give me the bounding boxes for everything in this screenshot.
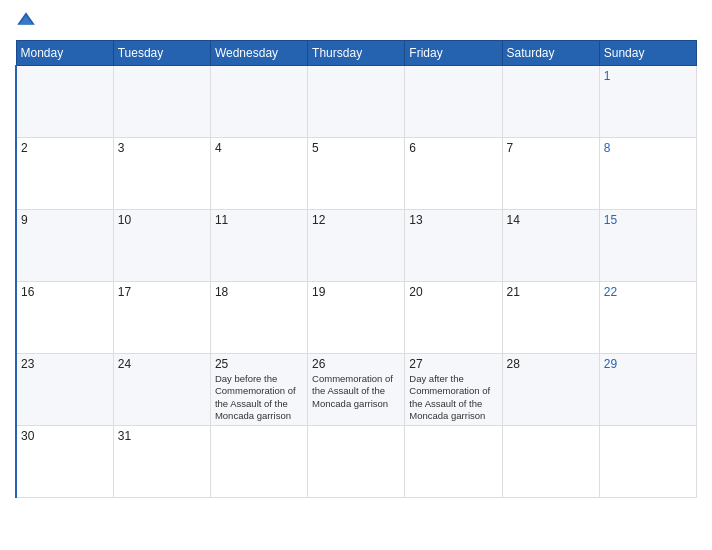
calendar-day-cell: 7 [502, 138, 599, 210]
day-of-week-header: Tuesday [113, 41, 210, 66]
day-number: 25 [215, 357, 303, 371]
calendar-day-cell [210, 66, 307, 138]
calendar-day-cell [113, 66, 210, 138]
day-number: 4 [215, 141, 303, 155]
event-label: Day after the Commemoration of the Assau… [409, 373, 497, 422]
calendar-day-cell: 12 [308, 210, 405, 282]
calendar-day-cell: 30 [16, 426, 113, 498]
calendar-day-cell: 8 [599, 138, 696, 210]
calendar-day-cell: 27Day after the Commemoration of the Ass… [405, 354, 502, 426]
calendar-day-cell: 19 [308, 282, 405, 354]
calendar-day-cell [210, 426, 307, 498]
calendar-page: MondayTuesdayWednesdayThursdayFridaySatu… [0, 0, 712, 550]
day-number: 3 [118, 141, 206, 155]
calendar-week-row: 16171819202122 [16, 282, 697, 354]
day-number: 29 [604, 357, 692, 371]
calendar-day-cell: 10 [113, 210, 210, 282]
day-number: 11 [215, 213, 303, 227]
day-number: 5 [312, 141, 400, 155]
day-of-week-header: Sunday [599, 41, 696, 66]
calendar-day-cell [599, 426, 696, 498]
calendar-day-cell: 2 [16, 138, 113, 210]
day-of-week-header: Monday [16, 41, 113, 66]
calendar-week-row: 2345678 [16, 138, 697, 210]
calendar-day-cell: 3 [113, 138, 210, 210]
calendar-day-cell: 20 [405, 282, 502, 354]
day-number: 2 [21, 141, 109, 155]
calendar-day-cell: 15 [599, 210, 696, 282]
day-number: 28 [507, 357, 595, 371]
calendar-day-cell [405, 66, 502, 138]
day-number: 21 [507, 285, 595, 299]
day-number: 7 [507, 141, 595, 155]
calendar-day-cell: 22 [599, 282, 696, 354]
day-number: 27 [409, 357, 497, 371]
calendar-day-cell: 25Day before the Commemoration of the As… [210, 354, 307, 426]
day-of-week-header: Friday [405, 41, 502, 66]
day-number: 23 [21, 357, 109, 371]
day-number: 17 [118, 285, 206, 299]
day-number: 26 [312, 357, 400, 371]
calendar-day-cell [405, 426, 502, 498]
calendar-day-cell: 17 [113, 282, 210, 354]
calendar-table: MondayTuesdayWednesdayThursdayFridaySatu… [15, 40, 697, 498]
day-number: 22 [604, 285, 692, 299]
day-number: 6 [409, 141, 497, 155]
day-number: 20 [409, 285, 497, 299]
calendar-body: 1234567891011121314151617181920212223242… [16, 66, 697, 498]
day-number: 9 [21, 213, 109, 227]
calendar-day-cell: 11 [210, 210, 307, 282]
calendar-day-cell: 16 [16, 282, 113, 354]
calendar-day-cell: 4 [210, 138, 307, 210]
day-number: 8 [604, 141, 692, 155]
calendar-day-cell [308, 66, 405, 138]
calendar-day-cell: 14 [502, 210, 599, 282]
day-of-week-header: Wednesday [210, 41, 307, 66]
logo-icon [15, 10, 37, 32]
day-of-week-header: Saturday [502, 41, 599, 66]
calendar-day-cell: 5 [308, 138, 405, 210]
calendar-day-cell [308, 426, 405, 498]
day-number: 19 [312, 285, 400, 299]
calendar-week-row: 1 [16, 66, 697, 138]
day-number: 14 [507, 213, 595, 227]
day-of-week-header: Thursday [308, 41, 405, 66]
day-number: 16 [21, 285, 109, 299]
day-number: 12 [312, 213, 400, 227]
calendar-day-cell: 1 [599, 66, 696, 138]
calendar-day-cell: 21 [502, 282, 599, 354]
calendar-day-cell: 28 [502, 354, 599, 426]
calendar-day-cell: 31 [113, 426, 210, 498]
calendar-day-cell [502, 426, 599, 498]
day-number: 18 [215, 285, 303, 299]
calendar-day-cell: 6 [405, 138, 502, 210]
day-number: 10 [118, 213, 206, 227]
calendar-day-cell: 29 [599, 354, 696, 426]
event-label: Commemoration of the Assault of the Monc… [312, 373, 400, 410]
calendar-day-cell [502, 66, 599, 138]
calendar-day-cell: 13 [405, 210, 502, 282]
day-number: 24 [118, 357, 206, 371]
event-label: Day before the Commemoration of the Assa… [215, 373, 303, 422]
calendar-day-cell: 24 [113, 354, 210, 426]
day-number: 13 [409, 213, 497, 227]
logo [15, 10, 39, 32]
calendar-header [15, 10, 697, 32]
calendar-day-cell [16, 66, 113, 138]
calendar-week-row: 3031 [16, 426, 697, 498]
calendar-week-row: 9101112131415 [16, 210, 697, 282]
days-header: MondayTuesdayWednesdayThursdayFridaySatu… [16, 41, 697, 66]
calendar-day-cell: 23 [16, 354, 113, 426]
day-number: 31 [118, 429, 206, 443]
day-number: 30 [21, 429, 109, 443]
calendar-week-row: 232425Day before the Commemoration of th… [16, 354, 697, 426]
calendar-header-row: MondayTuesdayWednesdayThursdayFridaySatu… [16, 41, 697, 66]
calendar-day-cell: 9 [16, 210, 113, 282]
calendar-day-cell: 26Commemoration of the Assault of the Mo… [308, 354, 405, 426]
calendar-day-cell: 18 [210, 282, 307, 354]
day-number: 1 [604, 69, 692, 83]
day-number: 15 [604, 213, 692, 227]
